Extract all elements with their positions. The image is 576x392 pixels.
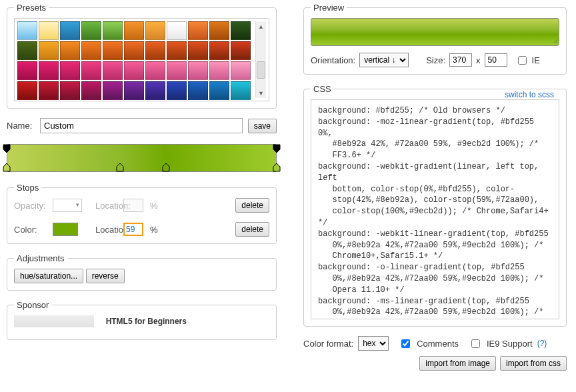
presets-scrollbar[interactable]: ▲ ▼ bbox=[255, 21, 266, 98]
preset-swatch[interactable] bbox=[103, 21, 123, 40]
preset-swatch[interactable] bbox=[17, 61, 37, 80]
svg-marker-4 bbox=[163, 163, 169, 171]
preset-swatch[interactable] bbox=[188, 61, 208, 80]
preset-swatch[interactable] bbox=[60, 61, 80, 80]
preset-swatch[interactable] bbox=[81, 41, 101, 60]
hue-saturation-button[interactable]: hue/saturation... bbox=[14, 269, 83, 283]
ie9-checkbox[interactable] bbox=[471, 339, 480, 348]
preset-swatch[interactable] bbox=[188, 41, 208, 60]
gradient-bar[interactable] bbox=[7, 144, 277, 172]
name-input[interactable] bbox=[40, 118, 243, 133]
percent-2: % bbox=[150, 225, 162, 235]
preset-swatch[interactable] bbox=[231, 21, 251, 40]
preset-swatch[interactable] bbox=[39, 81, 59, 100]
preset-swatch[interactable] bbox=[124, 41, 144, 60]
preset-swatch[interactable] bbox=[167, 41, 187, 60]
orientation-label: Orientation: bbox=[311, 55, 355, 65]
ie-checkbox[interactable] bbox=[518, 56, 527, 65]
preset-swatch[interactable] bbox=[167, 61, 187, 80]
color-delete-button[interactable]: delete bbox=[235, 222, 269, 237]
opacity-stop[interactable] bbox=[273, 144, 281, 153]
preset-swatch[interactable] bbox=[124, 81, 144, 100]
scroll-down-icon[interactable]: ▼ bbox=[256, 88, 266, 98]
preset-swatch[interactable] bbox=[60, 21, 80, 40]
opacity-delete-button[interactable]: delete bbox=[235, 198, 269, 213]
css-output[interactable]: background: #bfd255; /* Old browsers */ … bbox=[311, 99, 559, 319]
preset-swatch[interactable] bbox=[103, 81, 123, 100]
preset-swatch[interactable] bbox=[231, 61, 251, 80]
preset-swatch[interactable] bbox=[60, 81, 80, 100]
swatch-grid bbox=[17, 21, 255, 98]
preset-swatch[interactable] bbox=[188, 21, 208, 40]
scroll-up-icon[interactable]: ▲ bbox=[256, 21, 266, 31]
reverse-button[interactable]: reverse bbox=[86, 269, 125, 283]
size-height-input[interactable] bbox=[485, 53, 507, 67]
switch-to-scss-link[interactable]: switch to scss bbox=[505, 90, 554, 99]
gradient-editor[interactable] bbox=[7, 144, 277, 172]
preset-swatch[interactable] bbox=[209, 81, 229, 100]
css-legend: CSS bbox=[311, 84, 334, 94]
preset-swatch[interactable] bbox=[167, 21, 187, 40]
preset-swatch[interactable] bbox=[231, 81, 251, 100]
preset-swatch[interactable] bbox=[39, 61, 59, 80]
presets-panel: Presets ▲ ▼ bbox=[7, 3, 277, 109]
preset-swatch[interactable] bbox=[231, 41, 251, 60]
presets-legend: Presets bbox=[14, 3, 49, 13]
preset-swatch[interactable] bbox=[17, 41, 37, 60]
sponsor-image[interactable] bbox=[14, 315, 94, 327]
size-x: x bbox=[476, 55, 481, 65]
preset-swatch[interactable] bbox=[209, 41, 229, 60]
svg-marker-5 bbox=[273, 163, 280, 171]
color-chip[interactable] bbox=[53, 223, 78, 236]
comments-checkbox[interactable] bbox=[401, 339, 410, 348]
opacity-label: Opacity: bbox=[14, 201, 53, 211]
percent-1: % bbox=[150, 201, 162, 211]
preset-swatch[interactable] bbox=[103, 41, 123, 60]
sponsor-panel: Sponsor HTML5 for Beginners bbox=[7, 300, 277, 340]
preset-swatch[interactable] bbox=[124, 61, 144, 80]
preset-swatch[interactable] bbox=[81, 21, 101, 40]
preset-swatch[interactable] bbox=[39, 41, 59, 60]
scroll-thumb[interactable] bbox=[257, 61, 265, 79]
adjustments-legend: Adjustments bbox=[14, 253, 67, 263]
preset-swatch[interactable] bbox=[60, 41, 80, 60]
preset-swatch[interactable] bbox=[17, 21, 37, 40]
preset-swatch[interactable] bbox=[145, 21, 165, 40]
presets-box: ▲ ▼ bbox=[14, 18, 269, 101]
save-button[interactable]: save bbox=[248, 119, 277, 133]
sponsor-title[interactable]: HTML5 for Beginners bbox=[106, 317, 187, 326]
color-format-select[interactable]: hex bbox=[358, 336, 389, 351]
name-label: Name: bbox=[7, 121, 35, 131]
preset-swatch[interactable] bbox=[167, 81, 187, 100]
ie9-label: IE9 Support bbox=[487, 339, 533, 349]
size-width-input[interactable] bbox=[449, 53, 472, 67]
ie9-help-link[interactable]: (?) bbox=[537, 339, 547, 348]
color-stop[interactable] bbox=[162, 163, 170, 172]
import-from-css-button[interactable]: import from css bbox=[500, 356, 567, 371]
color-stop[interactable] bbox=[116, 163, 124, 172]
preview-panel: Preview Orientation: vertical ↓ Size: x … bbox=[303, 3, 567, 75]
preset-swatch[interactable] bbox=[145, 61, 165, 80]
preset-swatch[interactable] bbox=[81, 61, 101, 80]
preset-swatch[interactable] bbox=[81, 81, 101, 100]
preset-swatch[interactable] bbox=[17, 81, 37, 100]
preset-swatch[interactable] bbox=[145, 81, 165, 100]
import-from-image-button[interactable]: import from image bbox=[419, 356, 496, 371]
preset-swatch[interactable] bbox=[209, 21, 229, 40]
preset-swatch[interactable] bbox=[124, 21, 144, 40]
stops-legend: Stops bbox=[14, 183, 41, 193]
preset-swatch[interactable] bbox=[39, 21, 59, 40]
resize-handle-icon[interactable] bbox=[550, 37, 558, 45]
preset-swatch[interactable] bbox=[103, 61, 123, 80]
color-stop[interactable] bbox=[3, 163, 11, 172]
preset-swatch[interactable] bbox=[188, 81, 208, 100]
color-stop[interactable] bbox=[273, 163, 281, 172]
opacity-stop[interactable] bbox=[3, 144, 11, 153]
size-label: Size: bbox=[426, 55, 445, 65]
color-label: Color: bbox=[14, 225, 53, 235]
color-location-input[interactable] bbox=[123, 223, 143, 236]
preset-swatch[interactable] bbox=[209, 61, 229, 80]
orientation-select[interactable]: vertical ↓ bbox=[359, 53, 409, 67]
preview-legend: Preview bbox=[311, 3, 347, 13]
preset-swatch[interactable] bbox=[145, 41, 165, 60]
